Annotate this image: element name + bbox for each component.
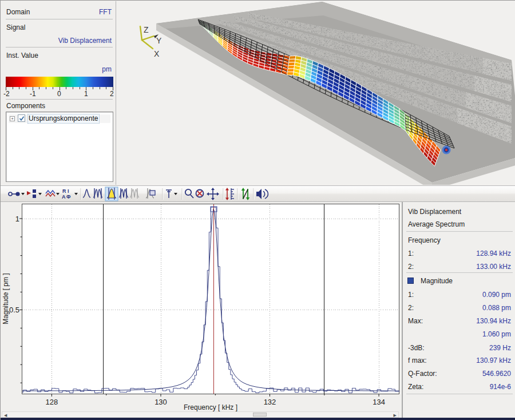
svg-text:Z: Z xyxy=(144,25,149,34)
svg-text:130: 130 xyxy=(154,398,167,406)
svg-text:0.5: 0.5 xyxy=(9,306,19,314)
svg-text:R: R xyxy=(62,188,66,194)
svg-text:128: 128 xyxy=(46,398,58,406)
svg-text:1: 1 xyxy=(15,215,19,223)
svg-text:132: 132 xyxy=(264,398,276,406)
svg-text:Frequency [ kHz ]: Frequency [ kHz ] xyxy=(184,403,237,411)
svg-text:Magnitude [ pm ]: Magnitude [ pm ] xyxy=(2,273,10,324)
svg-text:I: I xyxy=(68,188,69,194)
svg-text:X: X xyxy=(154,49,160,58)
svg-text:A: A xyxy=(62,194,66,200)
svg-text:Y: Y xyxy=(156,36,162,45)
svg-text:134: 134 xyxy=(373,398,385,406)
svg-text:Φ: Φ xyxy=(66,194,71,200)
